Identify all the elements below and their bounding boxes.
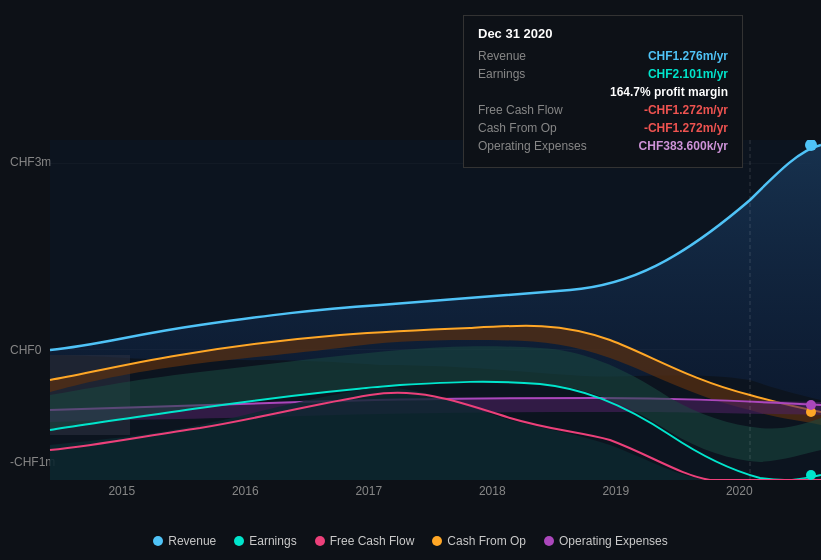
- legend-opex-label: Operating Expenses: [559, 534, 668, 548]
- tooltip-profit-margin: 164.7% profit margin: [610, 85, 728, 99]
- tooltip-earnings-value: CHF2.101m/yr: [648, 67, 728, 81]
- tooltip: Dec 31 2020 Revenue CHF1.276m/yr Earning…: [463, 15, 743, 168]
- x-label-2016: 2016: [232, 484, 259, 498]
- legend-opex[interactable]: Operating Expenses: [544, 534, 668, 548]
- legend-opex-dot: [544, 536, 554, 546]
- legend-earnings-dot: [234, 536, 244, 546]
- x-label-2019: 2019: [602, 484, 629, 498]
- x-label-2020: 2020: [726, 484, 753, 498]
- x-label-2018: 2018: [479, 484, 506, 498]
- legend-fcf-dot: [315, 536, 325, 546]
- tooltip-date: Dec 31 2020: [478, 26, 728, 41]
- tooltip-cfo-label: Cash From Op: [478, 121, 557, 135]
- tooltip-opex-value: CHF383.600k/yr: [639, 139, 728, 153]
- svg-point-5: [806, 470, 816, 480]
- svg-point-4: [806, 400, 816, 410]
- x-axis: 2015 2016 2017 2018 2019 2020: [0, 484, 821, 498]
- tooltip-revenue-label: Revenue: [478, 49, 526, 63]
- x-label-2017: 2017: [355, 484, 382, 498]
- x-label-2015: 2015: [108, 484, 135, 498]
- legend-revenue-dot: [153, 536, 163, 546]
- tooltip-opex-label: Operating Expenses: [478, 139, 587, 153]
- tooltip-fcf-label: Free Cash Flow: [478, 103, 563, 117]
- legend-earnings-label: Earnings: [249, 534, 296, 548]
- tooltip-earnings-label: Earnings: [478, 67, 525, 81]
- legend-earnings[interactable]: Earnings: [234, 534, 296, 548]
- legend-fcf-label: Free Cash Flow: [330, 534, 415, 548]
- legend-cfo-dot: [432, 536, 442, 546]
- legend-cfo-label: Cash From Op: [447, 534, 526, 548]
- chart-container: CHF3m CHF0 -CHF1m Dec 31 2020 Revenue CH…: [0, 0, 821, 560]
- legend-revenue[interactable]: Revenue: [153, 534, 216, 548]
- legend: Revenue Earnings Free Cash Flow Cash Fro…: [0, 534, 821, 548]
- legend-fcf[interactable]: Free Cash Flow: [315, 534, 415, 548]
- tooltip-cfo-value: -CHF1.272m/yr: [644, 121, 728, 135]
- tooltip-revenue-value: CHF1.276m/yr: [648, 49, 728, 63]
- chart-svg: [0, 140, 821, 480]
- legend-revenue-label: Revenue: [168, 534, 216, 548]
- legend-cfo[interactable]: Cash From Op: [432, 534, 526, 548]
- tooltip-fcf-value: -CHF1.272m/yr: [644, 103, 728, 117]
